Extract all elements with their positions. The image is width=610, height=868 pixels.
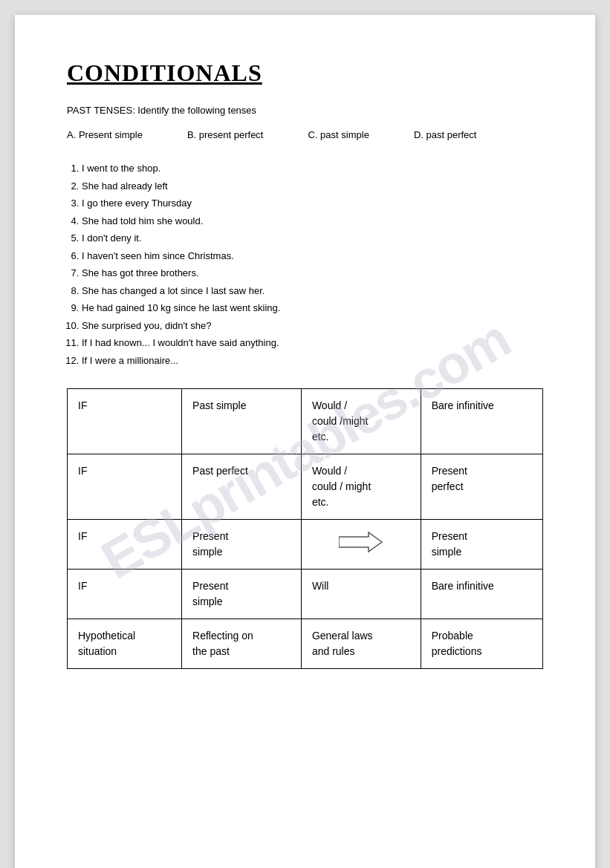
table-footer-row: Hypothetical situation Reflecting on the… [68, 619, 543, 669]
table-footer-cell-2: Reflecting on the past [182, 619, 302, 669]
table-cell-if-3: IF [68, 520, 182, 570]
table-cell-tense-1: Past simple [182, 389, 302, 454]
table-cell-tense-4: Present simple [182, 570, 302, 619]
list-item: If I had known... I wouldn't have said a… [82, 336, 543, 350]
option-a: A. Present simple [67, 129, 143, 140]
table-cell-modal-1: Would / could /might etc. [301, 389, 421, 454]
list-item: She has got three brothers. [82, 266, 543, 281]
table-cell-modal-2: Would / could / might etc. [301, 454, 421, 520]
table-cell-if-1: IF [68, 389, 182, 454]
subtitle: PAST TENSES: Identify the following tens… [67, 105, 543, 116]
list-item: I go there every Thursday [82, 196, 543, 211]
table-cell-result-4: Bare infinitive [421, 570, 542, 619]
table-cell-result-2: Present perfect [421, 454, 542, 520]
exercise-list: I went to the shop. She had already left… [82, 161, 543, 368]
option-d: D. past perfect [414, 129, 477, 140]
list-item: I went to the shop. [82, 161, 543, 176]
table-cell-tense-3: Present simple [182, 520, 302, 570]
page-title: CONDITIONALS [67, 59, 543, 87]
table-cell-modal-4: Will [301, 570, 421, 619]
table-cell-if-2: IF [68, 454, 182, 520]
option-c: C. past simple [308, 129, 369, 140]
list-item: She surprised you, didn't she? [82, 319, 543, 333]
table-row: IF Past simple Would / could /might etc.… [68, 389, 543, 454]
svg-marker-0 [339, 532, 382, 552]
table-footer-cell-1: Hypothetical situation [68, 619, 182, 669]
table-row: IF Present simple Present simple [68, 520, 543, 570]
list-item: If I were a millionaire... [82, 353, 543, 368]
page: ESLprintables.com CONDITIONALS PAST TENS… [15, 15, 595, 868]
list-item: I don't deny it. [82, 231, 543, 246]
list-item: He had gained 10 kg since he last went s… [82, 301, 543, 316]
options-row: A. Present simple B. present perfect C. … [67, 129, 543, 140]
table-row: IF Past perfect Would / could / might et… [68, 454, 543, 520]
list-item: She had already left [82, 179, 543, 194]
table-row: IF Present simple Will Bare infinitive [68, 570, 543, 619]
table-cell-arrow [301, 520, 421, 570]
table-section: IF Past simple Would / could /might etc.… [67, 388, 543, 669]
table-cell-if-4: IF [68, 570, 182, 619]
list-item: She had told him she would. [82, 214, 543, 229]
table-cell-tense-2: Past perfect [182, 454, 302, 520]
table-cell-result-1: Bare infinitive [421, 389, 542, 454]
table-cell-result-3: Present simple [421, 520, 542, 570]
option-b: B. present perfect [187, 129, 264, 140]
list-item: She has changed a lot since I last saw h… [82, 284, 543, 298]
conditionals-table: IF Past simple Would / could /might etc.… [67, 388, 543, 669]
table-footer-cell-3: General laws and rules [301, 619, 421, 669]
table-footer-cell-4: Probable predictions [421, 619, 542, 669]
list-item: I haven't seen him since Christmas. [82, 249, 543, 264]
arrow-icon [339, 531, 383, 558]
